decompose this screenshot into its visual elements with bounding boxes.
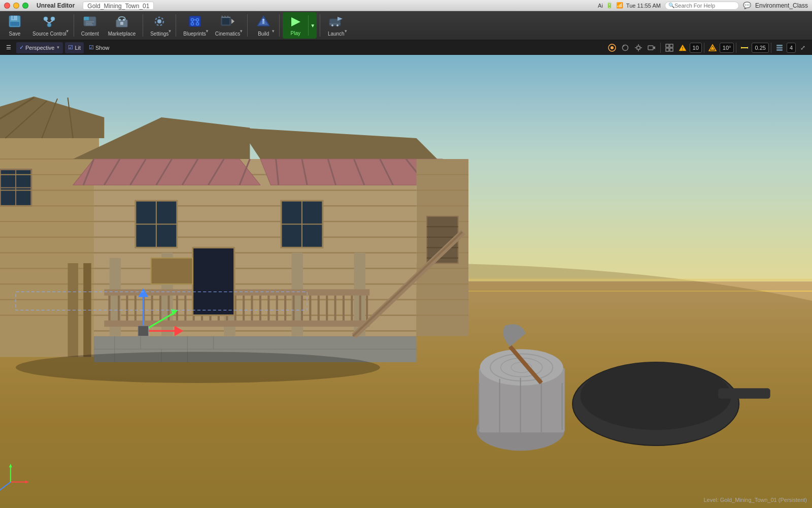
level-status: Level: Gold_Mining_Town_01 (Persistent) <box>703 495 807 504</box>
close-button[interactable] <box>4 3 10 9</box>
maximize-button[interactable] <box>22 3 28 9</box>
svg-rect-208 <box>718 388 770 399</box>
layers-button[interactable] <box>773 42 786 53</box>
expand-button[interactable]: ⤢ <box>797 42 809 53</box>
app-name: Unreal Editor <box>37 2 75 9</box>
svg-point-36 <box>262 19 264 21</box>
marketplace-button[interactable]: Marketplace <box>104 12 140 39</box>
svg-rect-35 <box>262 21 264 24</box>
minimize-button[interactable] <box>13 3 19 9</box>
settings-label: Settings <box>150 31 168 37</box>
svg-point-14 <box>123 19 125 21</box>
svg-marker-64 <box>747 47 748 49</box>
play-icon <box>288 15 302 30</box>
toolbar-divider <box>660 43 661 53</box>
content-label: Content <box>81 31 99 37</box>
svg-rect-215 <box>138 326 149 336</box>
launch-icon <box>328 15 344 30</box>
select-mode-button[interactable] <box>606 42 618 53</box>
toolbar-sep-5 <box>279 14 280 37</box>
chat-icon: 💬 <box>743 2 751 9</box>
rotate-snap-icon <box>706 42 719 53</box>
lit-label: Lit <box>75 45 81 51</box>
svg-rect-58 <box>682 47 683 49</box>
scale-snap-display[interactable]: 0.25 <box>752 43 768 53</box>
settings-button[interactable]: Settings ▼ <box>146 12 173 39</box>
mac-search-container[interactable]: 🔍 <box>665 2 739 10</box>
grid-button[interactable] <box>663 42 675 53</box>
file-tab[interactable]: Gold_Mining_Town_01 <box>83 2 154 10</box>
rotation-snap-display[interactable]: 10° <box>720 43 734 53</box>
cinematics-icon <box>220 15 235 30</box>
rotate-mode-button[interactable] <box>619 42 631 53</box>
blueprints-button[interactable]: Blueprints ▼ <box>179 12 210 39</box>
svg-rect-54 <box>670 44 673 47</box>
cinematics-button[interactable]: Cinematics ▼ <box>211 12 244 39</box>
play-button-group: Play ▼ <box>283 12 317 39</box>
svg-marker-71 <box>0 97 104 138</box>
svg-point-5 <box>51 17 55 21</box>
blueprints-label: Blueprints <box>183 31 206 37</box>
svg-point-4 <box>44 17 48 21</box>
layer-count-display[interactable]: 4 <box>787 43 796 53</box>
search-icon: 🔍 <box>668 3 674 8</box>
cinematics-arrow: ▼ <box>239 29 243 34</box>
svg-point-42 <box>336 24 339 26</box>
toolbar-sep-6 <box>320 14 320 37</box>
toolbar-divider-2 <box>704 43 704 53</box>
scene-svg <box>0 55 812 508</box>
settings-arrow: ▼ <box>167 29 172 34</box>
scale-mode-button[interactable] <box>632 42 645 53</box>
adobe-icon: Ai <box>598 3 603 9</box>
camera-mode-button[interactable] <box>646 42 658 53</box>
build-arrow: ▼ <box>271 29 275 34</box>
settings-icon <box>152 15 166 30</box>
svg-marker-112 <box>73 159 260 185</box>
viewport-container[interactable]: Level: Gold_Mining_Town_01 (Persistent) <box>0 55 812 508</box>
toolbar-sep-1 <box>74 14 74 37</box>
perspective-button[interactable]: ✓ Perspective ▼ <box>16 42 63 53</box>
svg-marker-37 <box>291 17 300 26</box>
vp-right-tools: 10 10° 0.25 <box>606 42 809 53</box>
mac-search-input[interactable] <box>674 3 735 9</box>
svg-rect-51 <box>648 46 653 50</box>
viewport-menu-icon: ☰ <box>6 44 11 51</box>
svg-rect-59 <box>682 49 683 50</box>
source-control-label: Source Control <box>32 31 66 37</box>
toolbar-sep-4 <box>247 14 248 37</box>
perspective-label: Perspective <box>25 45 54 51</box>
show-button[interactable]: ☑ Show <box>86 42 113 53</box>
launch-button[interactable]: Launch ▼ <box>323 12 349 39</box>
mac-right-controls: Ai 🔋 📶 Tue 11:55 AM 🔍 💬 Environment_Clas… <box>598 2 808 10</box>
build-button[interactable]: Build ▼ <box>251 12 276 39</box>
svg-rect-66 <box>776 47 783 48</box>
svg-point-13 <box>119 19 121 21</box>
ue-toolbar: Save Source Control ▼ Cont <box>0 11 812 41</box>
svg-rect-1 <box>11 16 17 20</box>
viewport-options-button[interactable]: ☰ <box>3 42 14 53</box>
svg-rect-173 <box>193 247 234 315</box>
launch-arrow: ▼ <box>344 29 348 34</box>
grid-size-display[interactable]: 10 <box>690 43 702 53</box>
perspective-check: ✓ <box>19 44 24 51</box>
toolbar-divider-4 <box>771 43 771 53</box>
save-button[interactable]: Save <box>2 12 27 39</box>
play-dropdown-arrow[interactable]: ▼ <box>309 12 317 39</box>
lit-button[interactable]: ☑ Lit <box>65 42 84 53</box>
lit-check: ☑ <box>68 44 73 51</box>
mac-titlebar: Unreal Editor Gold_Mining_Town_01 Ai 🔋 📶… <box>0 0 812 11</box>
svg-point-193 <box>16 352 380 383</box>
play-label: Play <box>291 30 300 36</box>
save-icon <box>8 15 21 30</box>
perspective-arrow: ▼ <box>56 45 60 50</box>
svg-rect-2 <box>13 16 14 19</box>
toolbar-sep-2 <box>143 14 143 37</box>
source-control-button[interactable]: Source Control ▼ <box>28 12 71 39</box>
time-display: Tue 11:55 AM <box>626 3 661 9</box>
svg-point-16 <box>157 19 161 23</box>
play-button[interactable]: Play <box>283 13 308 38</box>
marketplace-label: Marketplace <box>108 31 136 37</box>
warning-button[interactable] <box>676 42 689 53</box>
svg-marker-27 <box>231 19 234 24</box>
content-button[interactable]: Content <box>77 12 103 39</box>
